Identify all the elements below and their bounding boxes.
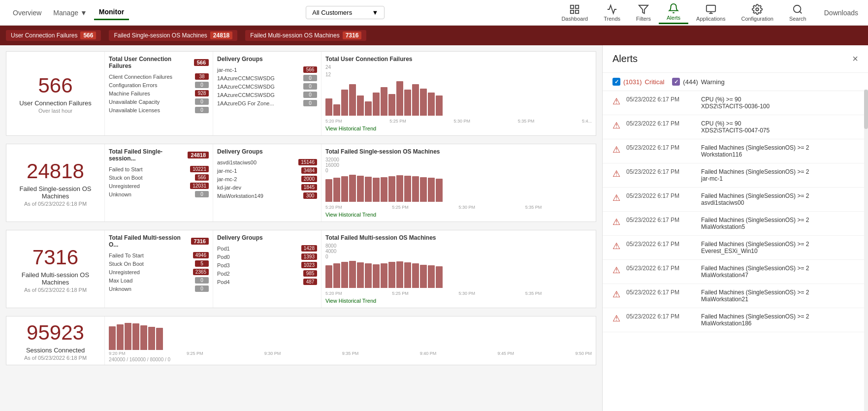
alert-item[interactable]: ⚠ 05/23/2022 6:17 PM Failed Machines (Si… xyxy=(603,284,868,308)
alert-time: 05/23/2022 6:17 PM xyxy=(626,265,695,272)
nav-manage[interactable]: Manage ▼ xyxy=(48,6,92,20)
metric-mid-single: Total Failed Single-session... 24818 Fai… xyxy=(105,144,213,221)
bar xyxy=(420,265,427,288)
alert-machine: MiaWorkstation186 xyxy=(701,320,858,327)
scrollbar[interactable] xyxy=(864,90,868,411)
alert-badge-label-3: Failed Multi-session OS Machines xyxy=(250,32,339,39)
warning-checkbox[interactable] xyxy=(672,78,680,86)
alert-rule: Failed Machines (SingleSessionOS) >= 2 xyxy=(701,289,858,296)
svg-rect-2 xyxy=(571,10,574,13)
metric-number-user: 566 xyxy=(38,74,72,97)
metric-row: Unavailable Licenses0 xyxy=(109,106,209,114)
alert-content: Failed Machines (SingleSessionOS) >= 2 M… xyxy=(701,265,858,279)
alert-critical-icon: ⚠ xyxy=(612,120,620,131)
alert-item[interactable]: ⚠ 05/23/2022 6:17 PM Failed Machines (Si… xyxy=(603,139,868,163)
alert-count-3: 7316 xyxy=(343,32,362,39)
bar xyxy=(333,178,340,202)
main-content: 566 User Connection Failures Over last h… xyxy=(0,45,868,411)
dashboard-icon xyxy=(569,4,580,15)
bar xyxy=(404,262,411,288)
chart-link-multi[interactable]: View Historical Trend xyxy=(325,298,592,304)
alert-item[interactable]: ⚠ 05/23/2022 6:17 PM CPU (%) >= 90 XDS2\… xyxy=(603,91,868,115)
bar xyxy=(109,326,116,350)
alert-bar: User Connection Failures 566 Failed Sing… xyxy=(0,26,868,45)
alert-time: 05/23/2022 6:17 PM xyxy=(626,313,695,320)
alert-machine: XDS2\STACITS-0047-075 xyxy=(701,127,858,134)
dg-row: 1AAzureDG For Zone...0 xyxy=(217,99,317,107)
bar xyxy=(125,323,131,350)
alert-content: Failed Machines (SingleSessionOS) >= 2 E… xyxy=(701,241,858,254)
metric-sub-sessions: As of 05/23/2022 6:18 PM xyxy=(24,355,87,361)
alerts-filters: (1031) Critical (444) Warning xyxy=(603,73,868,91)
downloads-link[interactable]: Downloads xyxy=(824,9,858,17)
metric-row: Unknown0 xyxy=(109,285,209,293)
sidebar-item-search[interactable]: Search xyxy=(781,2,814,24)
critical-filter[interactable]: (1031) Critical xyxy=(612,78,664,86)
sidebar-item-dashboard[interactable]: Dashboard xyxy=(553,2,596,24)
applications-icon xyxy=(706,4,716,15)
sidebar-item-applications[interactable]: Applications xyxy=(688,2,733,24)
alert-count-2: 24818 xyxy=(210,32,232,39)
alert-rule: Failed Machines (SingleSessionOS) >= 2 xyxy=(701,241,858,248)
bar xyxy=(381,263,387,288)
alert-item[interactable]: ⚠ 05/23/2022 6:17 PM Failed Machines (Si… xyxy=(603,163,868,188)
alert-machine: XDS2\STACITS-0036-100 xyxy=(701,103,858,110)
metric-row: Stuck on Boot566 xyxy=(109,173,209,182)
sidebar-item-alerts[interactable]: Alerts xyxy=(659,1,688,24)
trends-label: Trends xyxy=(604,16,620,22)
bar xyxy=(412,263,419,288)
metric-row: Unregistered2365 xyxy=(109,268,209,276)
alert-item[interactable]: ⚠ 05/23/2022 6:17 PM Failed Machines (Si… xyxy=(603,188,868,212)
bar xyxy=(349,261,356,288)
metric-section-sessions: 95923 Sessions Connected As of 05/23/202… xyxy=(6,316,596,365)
dg-title-single: Delivery Groups xyxy=(217,148,317,155)
scrollbar-thumb[interactable] xyxy=(864,90,868,129)
nav-overview[interactable]: Overview xyxy=(8,6,46,20)
metric-sub-multi: As of 05/23/2022 6:18 PM xyxy=(24,287,87,293)
sidebar-item-filters[interactable]: Filters xyxy=(628,2,659,24)
alert-rule: CPU (%) >= 90 xyxy=(701,96,858,103)
metric-left-sessions: 95923 Sessions Connected As of 05/23/202… xyxy=(6,316,105,365)
warning-filter[interactable]: (444) Warning xyxy=(672,78,724,86)
sidebar-item-trends[interactable]: Trends xyxy=(596,2,628,24)
alert-rule: Failed Machines (SingleSessionOS) >= 2 xyxy=(701,313,858,320)
alert-item[interactable]: ⚠ 05/23/2022 6:17 PM Failed Machines (Si… xyxy=(603,260,868,284)
nav-icons: Dashboard Trends Filters Alerts Applicat… xyxy=(553,1,814,24)
alert-time: 05/23/2022 6:17 PM xyxy=(626,168,695,175)
alert-time: 05/23/2022 6:17 PM xyxy=(626,144,695,151)
chart-title-user: Total User Connection Failures xyxy=(325,56,592,63)
alert-item[interactable]: ⚠ 05/23/2022 6:17 PM CPU (%) >= 90 XDS2\… xyxy=(603,115,868,139)
svg-rect-0 xyxy=(571,5,574,8)
alert-item[interactable]: ⚠ 05/23/2022 6:17 PM Failed Machines (Si… xyxy=(603,236,868,260)
metric-row: Unknown0 xyxy=(109,190,209,198)
sessions-axis: 9:20 PM9:25 PM9:30 PM9:35 PM9:40 PM9:45 … xyxy=(109,351,592,356)
sidebar-item-configuration[interactable]: Configuration xyxy=(733,2,781,24)
bar xyxy=(388,262,395,288)
chart-link-single[interactable]: View Historical Trend xyxy=(325,212,592,218)
customer-dropdown[interactable]: All Customers ▼ xyxy=(306,6,385,19)
metric-mid-title-user: Total User Connection Failures 566 xyxy=(109,56,209,69)
warning-label: Warning xyxy=(701,78,725,86)
alert-machine: Everest_ESXi_Win10 xyxy=(701,248,858,254)
nav-monitor[interactable]: Monitor xyxy=(94,5,129,20)
alerts-list: ⚠ 05/23/2022 6:17 PM CPU (%) >= 90 XDS2\… xyxy=(603,91,868,411)
alert-badge-multi-session[interactable]: Failed Multi-session OS Machines 7316 xyxy=(245,30,366,41)
dg-row: Pod4487 xyxy=(217,278,317,286)
metric-label-single: Failed Single-session OS Machines xyxy=(14,185,96,200)
alert-badge-user-connections[interactable]: User Connection Failures 566 xyxy=(6,30,101,41)
alert-item[interactable]: ⚠ 05/23/2022 6:17 PM Failed Machines (Si… xyxy=(603,308,868,332)
svg-rect-5 xyxy=(707,5,715,11)
chart-link-user[interactable]: View Historical Trend xyxy=(325,126,592,131)
alert-badge-single-session[interactable]: Failed Single-session OS Machines 24818 xyxy=(109,30,237,41)
critical-checkbox[interactable] xyxy=(612,78,620,86)
bar xyxy=(341,176,348,202)
trends-icon xyxy=(607,4,617,15)
alert-content: Failed Machines (SingleSessionOS) >= 2 M… xyxy=(701,313,858,327)
alerts-close-button[interactable]: × xyxy=(852,53,858,64)
metric-mid-user: Total User Connection Failures 566 Clien… xyxy=(105,52,213,135)
dg-row: 1AAzureCCMCSWSDG0 xyxy=(217,91,317,99)
alert-item[interactable]: ⚠ 05/23/2022 6:17 PM Failed Machines (Si… xyxy=(603,212,868,236)
metric-left-multi: 7316 Failed Multi-session OS Machines As… xyxy=(6,230,105,308)
bar xyxy=(381,177,387,202)
alert-content: Failed Machines (SingleSessionOS) >= 2 a… xyxy=(701,192,858,206)
